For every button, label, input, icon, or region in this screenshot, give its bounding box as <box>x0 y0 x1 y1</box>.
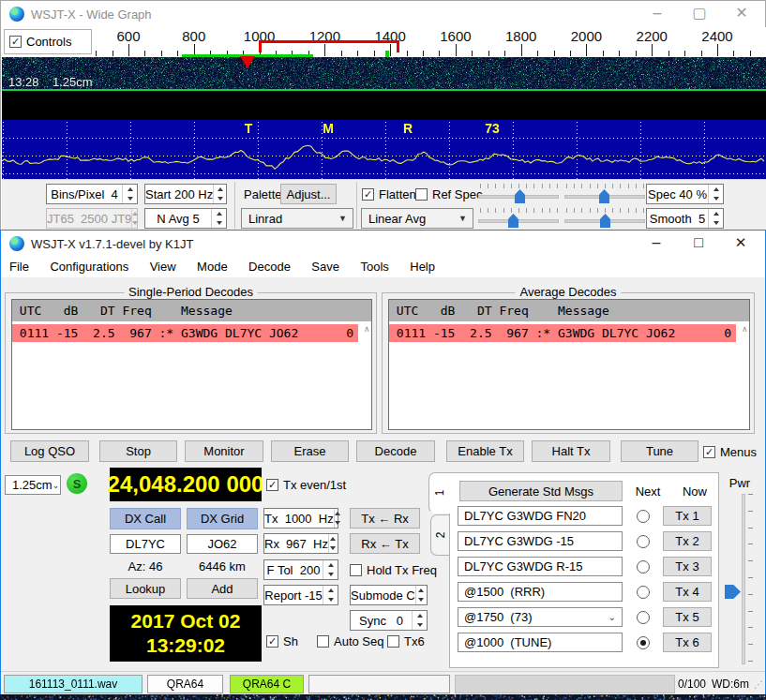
minimize-icon[interactable]: – <box>640 231 672 257</box>
menu-view[interactable]: View <box>142 257 185 276</box>
tab-1[interactable]: 1 <box>428 472 450 514</box>
tx2-next-radio[interactable] <box>637 535 650 548</box>
tx4-now-button[interactable]: Tx 4 <box>663 582 712 602</box>
spin-arrows-icon[interactable] <box>334 509 340 528</box>
resize-grip-icon[interactable]: ⋰ <box>754 679 763 690</box>
palette-adjust-button[interactable]: Adjust... <box>280 184 337 204</box>
tx6-next-radio[interactable] <box>637 636 650 649</box>
menu-save[interactable]: Save <box>303 257 348 276</box>
menus-checkbox[interactable]: ✓ Menus <box>703 445 757 459</box>
sync-spinbox[interactable]: Sync 0 <box>350 610 428 631</box>
tx3-message-field[interactable]: DL7YC G3WDG R-15 <box>458 557 623 576</box>
menu-file[interactable]: File <box>1 257 38 276</box>
tx6-now-button[interactable]: Tx 6 <box>663 633 712 652</box>
rx-from-tx-button[interactable]: Rx ← Tx <box>350 533 420 554</box>
decode-row[interactable]: 0111 -15 2.5 967 :* G3WDG DL7YC JO62 0 <box>389 324 736 342</box>
tx1-now-button[interactable]: Tx 1 <box>663 506 712 526</box>
scroll-up-icon[interactable]: ∧ <box>743 324 747 334</box>
tx4-message-field[interactable]: @1500 (RRR) <box>458 582 623 602</box>
spec-percent-spinbox[interactable]: Spec 40 % <box>646 184 724 204</box>
decode-button[interactable]: Decode <box>356 440 435 462</box>
spin-arrows-icon[interactable] <box>415 586 427 604</box>
spin-arrows-icon[interactable] <box>708 209 723 228</box>
slider-handle[interactable] <box>508 214 518 228</box>
slider-handle[interactable] <box>515 189 525 203</box>
spin-arrows-icon[interactable] <box>213 185 226 203</box>
menu-configurations[interactable]: Configurations <box>41 257 137 276</box>
spin-arrows-icon[interactable] <box>328 534 338 553</box>
jt65-jt9-split-spinbox[interactable]: JT65 2500 JT9 <box>46 208 138 229</box>
stop-button[interactable]: Stop <box>99 440 177 462</box>
monitor-button[interactable]: Monitor <box>185 440 263 462</box>
n-avg-spinbox[interactable]: N Avg 5 <box>144 208 227 229</box>
slider-handle[interactable] <box>600 214 610 228</box>
submode-spinbox[interactable]: Submode C <box>350 585 428 605</box>
avg-mode-combo[interactable]: Linear Avg ▼ <box>361 208 473 229</box>
main-titlebar[interactable]: WSJT-X v1.7.1-devel by K1JT – □ ✕ <box>1 231 765 257</box>
tune-button[interactable]: Tune <box>621 440 698 462</box>
tx1-message-field[interactable]: DL7YC G3WDG FN20 <box>458 506 623 526</box>
zero-slider-2[interactable] <box>564 207 645 228</box>
dx-grid-button[interactable]: DX Grid <box>187 508 258 529</box>
single-period-decodes-list[interactable]: UTC dB DT Freq Message 0111 -15 2.5 967 … <box>11 299 372 430</box>
tx2-now-button[interactable]: Tx 2 <box>663 531 712 551</box>
dx-call-button[interactable]: DX Call <box>110 508 181 529</box>
band-combo[interactable]: 1.25cm ⌄ <box>5 475 61 495</box>
maximize-icon[interactable]: ▢ <box>683 1 715 27</box>
menu-help[interactable]: Help <box>401 257 443 276</box>
gain-slider-2[interactable] <box>564 183 645 203</box>
tx-even-checkbox[interactable]: ✓ Tx even/1st <box>266 478 346 492</box>
close-icon[interactable]: ✕ <box>725 231 757 257</box>
dx-grid-field[interactable]: JO62 <box>187 534 258 554</box>
menu-tools[interactable]: Tools <box>352 257 397 276</box>
report-spinbox[interactable]: Report -15 <box>263 585 338 605</box>
sh-checkbox[interactable]: ✓ Sh <box>266 634 298 648</box>
spin-arrows-icon[interactable] <box>323 586 338 604</box>
pwr-slider[interactable] <box>740 494 753 664</box>
slider-handle[interactable] <box>599 189 609 203</box>
gain-slider-1[interactable] <box>478 183 559 203</box>
ref-spec-checkbox[interactable]: Ref Spec <box>415 187 482 201</box>
dx-call-field[interactable]: DL7YC <box>110 534 181 554</box>
spectrum-display[interactable]: TMR73 <box>2 120 766 179</box>
waterfall[interactable] <box>2 57 766 91</box>
flatten-checkbox[interactable]: ✓ Flatten <box>362 187 416 201</box>
spin-arrows-icon[interactable] <box>412 611 427 630</box>
tx5-now-button[interactable]: Tx 5 <box>663 607 712 627</box>
tx-from-rx-button[interactable]: Tx ← Rx <box>350 508 420 529</box>
tx6-checkbox[interactable]: Tx6 <box>387 634 425 648</box>
smooth-spinbox[interactable]: Smooth 5 <box>646 208 724 229</box>
tx5-next-radio[interactable] <box>637 611 650 624</box>
zero-slider-1[interactable] <box>478 207 559 228</box>
enable-tx-button[interactable]: Enable Tx <box>446 440 524 462</box>
bins-per-pixel-spinbox[interactable]: Bins/Pixel 4 <box>46 184 138 204</box>
auto-seq-checkbox[interactable]: Auto Seq <box>317 634 384 648</box>
spin-arrows-icon[interactable] <box>323 560 338 579</box>
scroll-up-icon[interactable]: ∧ <box>365 324 369 334</box>
tx5-message-combo[interactable]: @1750 (73) ⌄ <box>458 607 623 627</box>
palette-combo[interactable]: Linrad ▼ <box>241 208 353 229</box>
halt-tx-button[interactable]: Halt Tx <box>532 440 610 462</box>
close-icon[interactable]: ✕ <box>726 1 758 27</box>
maximize-icon[interactable]: □ <box>683 231 714 257</box>
tx1-next-radio[interactable] <box>637 510 650 523</box>
spin-arrows-icon[interactable] <box>211 209 226 228</box>
minimize-icon[interactable]: – <box>641 1 673 27</box>
menu-mode[interactable]: Mode <box>188 257 236 276</box>
f-tol-spinbox[interactable]: F Tol 200 <box>263 559 338 580</box>
tx2-message-field[interactable]: DL7YC G3WDG -15 <box>458 531 623 551</box>
tx4-next-radio[interactable] <box>637 586 650 599</box>
lookup-button[interactable]: Lookup <box>110 578 181 599</box>
decode-row[interactable]: 0111 -15 2.5 967 :* G3WDG DL7YC JO62 0 <box>12 324 358 342</box>
spin-arrows-icon[interactable] <box>708 185 723 203</box>
generate-std-msgs-button[interactable]: Generate Std Msgs <box>459 481 623 501</box>
average-decodes-list[interactable]: UTC dB DT Freq Message 0111 -15 2.5 967 … <box>388 299 750 430</box>
tx3-now-button[interactable]: Tx 3 <box>663 557 712 576</box>
erase-button[interactable]: Erase <box>271 440 349 462</box>
spin-arrows-icon[interactable] <box>122 185 137 203</box>
tab-2[interactable]: 2 <box>430 514 450 556</box>
menu-decode[interactable]: Decode <box>240 257 299 276</box>
tx-freq-spinbox[interactable]: Tx 1000 Hz <box>263 508 338 529</box>
status-s-button[interactable]: S <box>67 473 87 494</box>
tx6-message-field[interactable]: @1000 (TUNE) <box>458 633 623 652</box>
